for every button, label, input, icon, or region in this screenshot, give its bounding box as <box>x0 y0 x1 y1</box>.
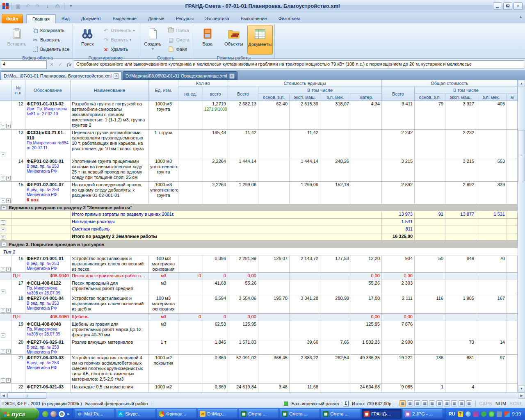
cell-total-osn[interactable]: 116 <box>415 295 445 313</box>
cell-qty-total[interactable]: 0,594 <box>203 295 228 313</box>
scroll-left-icon[interactable]: ◀ <box>0 393 7 399</box>
cell-num[interactable]: 13 <box>11 130 25 158</box>
cell-total-mat[interactable] <box>507 256 518 272</box>
cell-justification[interactable]: ФЕР27-06-026-01В ред. пр. № 253 Минрегио… <box>25 339 71 354</box>
cell-qty-per[interactable] <box>178 101 203 129</box>
cell-unit[interactable]: м3 <box>149 273 178 280</box>
expand-icon[interactable]: + <box>6 378 11 383</box>
cell-unit-cost-mat[interactable]: 17,08 <box>351 295 382 313</box>
summary-text[interactable]: Сметная прибыль <box>71 226 382 233</box>
cell-total-mat[interactable] <box>507 355 518 383</box>
task-button[interactable]: ▤Смета ... <box>321 409 361 419</box>
cell-unit-cost-total[interactable]: 11,42 <box>228 130 258 158</box>
cell-unit-cost-osn[interactable] <box>258 273 290 280</box>
cell-unit-cost-total[interactable]: 2 281,99 <box>228 256 258 272</box>
cell-name[interactable]: Песок для строительных работ п… <box>71 273 149 280</box>
expand-icon[interactable]: + <box>1 333 5 338</box>
cell-total-cost[interactable]: 0,00 <box>382 273 415 280</box>
cell-unit-cost-osn[interactable]: 126,07 <box>258 256 290 272</box>
cell-justification[interactable]: ФЕР27-06-021-03 <box>25 384 71 392</box>
cell-name[interactable]: Устройство покрытия толщиной 4 см из гор… <box>71 355 149 383</box>
vertical-scrollbar[interactable]: ▲ ≡ ▼ <box>518 80 525 392</box>
cell-total-cost[interactable]: 9 085 <box>382 384 415 392</box>
cell-unit-cost-mat[interactable] <box>351 158 382 181</box>
vertical-scroll-thumb[interactable]: ≡ <box>518 130 525 181</box>
cell-total-cost[interactable]: 2 900 <box>382 339 415 354</box>
cell-total-exp[interactable] <box>445 314 476 321</box>
cell-num[interactable]: 19 <box>11 321 25 339</box>
cell-total-osn[interactable] <box>415 321 445 339</box>
create-button[interactable]: Создать ▼ <box>140 25 165 55</box>
cell-qty-per[interactable]: 0 <box>178 273 203 280</box>
tray-icon-1[interactable] <box>466 411 471 417</box>
expand-icon[interactable]: + <box>1 124 5 128</box>
task-button[interactable]: ▱D:\Мар... <box>198 409 237 419</box>
tab-Выполнение[interactable]: Выполнение <box>235 14 273 23</box>
cell-total-mat[interactable] <box>507 273 518 280</box>
quicklaunch-icon-1[interactable] <box>42 411 48 417</box>
tab-Документ[interactable]: Документ <box>75 14 107 23</box>
cell-total-exp[interactable]: 849 <box>445 256 476 272</box>
cell-unit-cost-mat[interactable]: 55,26 <box>351 280 382 295</box>
cell-total-exp[interactable]: 881 <box>445 355 476 383</box>
cell-name[interactable]: Щебень из гравия для строительных работ … <box>71 321 149 339</box>
cell-resource-code[interactable]: П,Н408-9080 <box>11 314 71 321</box>
tab-Физобъем[interactable]: Физобъем <box>273 14 306 23</box>
expand-icon[interactable]: + <box>6 308 11 313</box>
cell-name[interactable]: Устройство подстилающих и выравнивающих … <box>71 256 149 272</box>
cell-total-osn[interactable]: 136 <box>415 355 445 383</box>
cell-unit-cost-total[interactable]: 3 554,06 <box>228 295 258 313</box>
delete-button[interactable]: × Удалить <box>101 45 136 53</box>
cell-unit-cost-total[interactable]: 1 571,83 <box>228 339 258 354</box>
cell-total-exp[interactable]: 2 232 <box>445 130 476 158</box>
search-button[interactable]: Поиск <box>75 25 100 55</box>
view-mode-icon-8[interactable]: ▦ <box>451 400 457 406</box>
tab-Данные[interactable]: Данные <box>142 14 170 23</box>
cell-unit[interactable]: 1 т груза <box>149 130 178 158</box>
horizontal-scroll-thumb[interactable]: ||| <box>7 393 46 399</box>
cell-unit-cost-total[interactable]: 24 619,84 <box>228 384 258 392</box>
expand-icon[interactable]: + <box>6 267 11 272</box>
cell-total-osn[interactable] <box>415 226 445 233</box>
cell-total-mat[interactable] <box>507 280 518 295</box>
expand-icon[interactable]: − <box>2 242 6 247</box>
cell-name[interactable]: Щебень <box>71 314 149 321</box>
cell-justification[interactable]: ФССЦпг03-21-01-010Пр.Минрегиона №354 от … <box>25 130 71 158</box>
cell-total-zpm[interactable]: 167 <box>476 295 507 313</box>
cell-total-cost[interactable]: 904 <box>382 256 415 272</box>
cell-num[interactable]: 18 <box>11 295 25 313</box>
cell-qty-total[interactable]: 2,2264 <box>203 158 228 181</box>
cell-unit-cost-zpm[interactable] <box>320 384 351 392</box>
cell-qty-total[interactable]: 41,68 <box>203 280 228 295</box>
cell-unit-cost-mat[interactable]: 24 604,68 <box>351 384 382 392</box>
cell-unit-cost-exp[interactable]: 39,60 <box>290 339 320 354</box>
cell-total-zpm[interactable]: 14 <box>476 339 507 354</box>
cell-reference-input[interactable]: 4 <box>1 60 47 69</box>
cell-num[interactable]: 20 <box>11 339 25 354</box>
collapse-ribbon-icon[interactable]: ▲ <box>519 15 523 19</box>
cell-unit-cost-mat[interactable]: 0,00 <box>351 273 382 280</box>
cell-unit-cost-exp[interactable]: 2 386,22 <box>290 355 320 383</box>
document-tab[interactable]: D:\Ма...\07-01-01 Планировка. Благоустро… <box>1 71 122 80</box>
help-tray-icon[interactable]: ? <box>458 411 463 417</box>
formula-text-input[interactable]: Сгребание срезанного или выкорчеванного … <box>74 60 524 69</box>
tab-Выделение[interactable]: Выделение <box>107 14 142 23</box>
cell-total-cost[interactable]: 3 411 <box>382 101 415 129</box>
task-button[interactable]: ▦ГРАНД-... <box>362 409 402 419</box>
cell-total-cost[interactable]: 2 232 <box>382 130 415 158</box>
file-button[interactable]: Файл <box>166 45 191 53</box>
cell-total-osn[interactable]: 50 <box>415 256 445 272</box>
cell-qty-per[interactable] <box>178 130 203 158</box>
cell-unit[interactable]: м3 <box>149 280 178 295</box>
expand-icon[interactable]: + <box>1 308 5 313</box>
cancel-entry-icon[interactable]: ✕ <box>48 61 55 68</box>
cell-unit-cost-exp[interactable]: 11,42 <box>290 130 320 158</box>
copy-button[interactable]: Копировать <box>30 26 71 34</box>
cell-total-zpm[interactable] <box>476 130 507 158</box>
cell-unit-cost-zpm[interactable]: 7,66 <box>320 339 351 354</box>
cell-total-zpm[interactable] <box>476 384 507 392</box>
task-button[interactable]: ▤Смета ... <box>280 409 320 419</box>
cell-total-zpm[interactable]: 405 <box>476 101 507 129</box>
cell-total-zpm[interactable] <box>476 314 507 321</box>
task-button[interactable]: ▣2.JPG - ... <box>403 409 443 419</box>
